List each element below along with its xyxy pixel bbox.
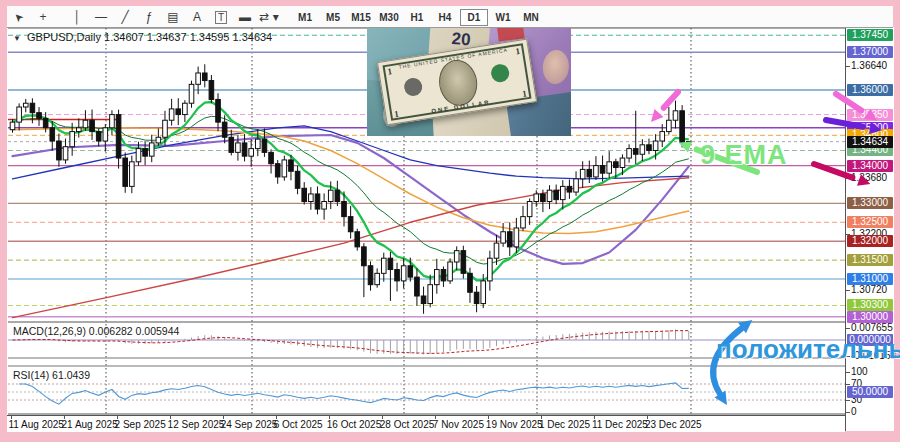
date-label: 6 Oct 2025 [274, 419, 323, 430]
currency-photo: 20 THE UNITED STATES OF AMERICA 1 1 1 1 … [367, 28, 571, 136]
macd-label: MACD(12,26,9) 0.006282 0.005944 [13, 325, 179, 337]
price-level-badge: 1.31500 [847, 254, 893, 266]
cursor-tool-button[interactable]: ➤ [9, 9, 29, 26]
date-axis[interactable]: 11 Aug 202521 Aug 20252 Sep 202512 Sep 2… [7, 415, 845, 432]
symbol-name: GBPUSD,Daily [27, 31, 101, 43]
horizontal-line-tool-button[interactable]: — [91, 9, 111, 26]
date-label: 16 Oct 2025 [327, 419, 381, 430]
price-level-badge: 1.37000 [847, 46, 893, 58]
price-level-badge: 1.34000 [847, 160, 893, 172]
rsi-label: RSI(14) 61.0439 [13, 369, 90, 381]
ema-annotation: 9 EMA [700, 140, 788, 171]
price-scale[interactable]: 1.366401.336801.322001.307201.374501.370… [845, 27, 894, 431]
vertical-line-tool-button[interactable]: │ [67, 9, 87, 26]
timeframe-m1-button[interactable]: M1 [292, 10, 318, 25]
date-label: 28 Oct 2025 [380, 419, 434, 430]
date-label: 12 Sep 2025 [168, 419, 225, 430]
symbol-ohlc-label: ▼ GBPUSD,Daily 1.34607 1.34637 1.34595 1… [13, 31, 272, 43]
grid-tool-button[interactable]: ▤ [163, 9, 183, 26]
shape-tool-button[interactable]: ▬ [235, 9, 255, 26]
scale-tickmark [846, 384, 850, 385]
price-level-badge: 1.36000 [847, 84, 893, 96]
current-price-badge: 1.34634 [847, 136, 893, 148]
price-level-badge: 1.33000 [847, 197, 893, 209]
timeframe-h4-button[interactable]: H4 [432, 10, 458, 25]
date-label: 24 Sep 2025 [221, 419, 278, 430]
scale-tick-label: 1.33680 [851, 172, 887, 183]
scale-tickmark [846, 400, 850, 401]
scale-tickmark [846, 290, 850, 291]
scale-tick-label: 1.36640 [851, 60, 887, 71]
timeframe-m15-button[interactable]: M15 [348, 10, 374, 25]
dollar-corner-1: 1 [387, 66, 393, 77]
date-label: 11 Dec 2025 [592, 419, 648, 430]
macd-positive-annotation: положительный [716, 334, 900, 365]
scale-tickmark [846, 372, 850, 373]
scale-tickmark [846, 178, 850, 179]
date-label: 21 Aug 2025 [62, 419, 118, 430]
date-label: 1 Dec 2025 [539, 419, 590, 430]
date-label: 23 Dec 2025 [645, 419, 702, 430]
date-label: 19 Nov 2025 [486, 419, 543, 430]
date-label: 7 Nov 2025 [433, 419, 484, 430]
queen-portrait [541, 49, 570, 85]
price-level-badge: 1.37450 [847, 29, 893, 41]
price-level-badge: 1.30300 [847, 299, 893, 311]
trendline-tool-button[interactable]: ╱ [115, 9, 135, 26]
price-level-badge: 1.31000 [847, 273, 893, 285]
fibonacci-tool-button[interactable]: ƒ [139, 9, 159, 26]
symbol-dropdown-icon[interactable]: ▼ [13, 34, 21, 43]
rsi-scale-tick: 0 [851, 406, 857, 417]
textbox-tool-button[interactable]: T [211, 9, 231, 26]
toolbar: ➤+│—╱ƒ▤AT▬⇄ ▾ M1M5M15M30H1H4D1W1MN [7, 6, 893, 28]
scale-tickmark [846, 328, 850, 329]
crosshair-tool-button[interactable]: + [33, 9, 53, 26]
metatrader-window: ➤+│—╱ƒ▤AT▬⇄ ▾ M1M5M15M30H1H4D1W1MN ▼ GBP… [0, 0, 900, 442]
timeframe-mn-button[interactable]: MN [518, 10, 544, 25]
price-level-badge: 1.35350 [847, 109, 893, 121]
timeframe-w1-button[interactable]: W1 [490, 10, 516, 25]
macd-scale-tick: 0.007655 [851, 322, 893, 333]
timeframe-d1-button[interactable]: D1 [460, 9, 488, 26]
scale-tickmark [846, 412, 850, 413]
timeframe-h1-button[interactable]: H1 [404, 10, 430, 25]
text-tool-button[interactable]: A [187, 9, 207, 26]
price-level-badge: 1.32500 [847, 216, 893, 228]
scale-tick-label: 1.30720 [851, 284, 887, 295]
symbol-ohlc-values: 1.34607 1.34637 1.34595 1.34634 [104, 31, 272, 43]
timeframe-m30-button[interactable]: M30 [376, 10, 402, 25]
rsi-scale-tick: 100 [851, 366, 868, 377]
timeframe-buttons-group: M1M5M15M30H1H4D1W1MN [291, 7, 545, 26]
date-label: 11 Aug 2025 [9, 419, 64, 430]
scale-tickmark [846, 66, 850, 67]
arrows-tool-button[interactable]: ⇄ ▾ [259, 9, 279, 26]
price-level-badge: 1.32000 [847, 235, 893, 247]
drawing-tools-group: ➤+│—╱ƒ▤AT▬⇄ ▾ [7, 7, 291, 26]
rsi-mid-badge: 50.0000 [847, 386, 893, 398]
date-label: 2 Sep 2025 [115, 419, 166, 430]
timeframe-m5-button[interactable]: M5 [320, 10, 346, 25]
